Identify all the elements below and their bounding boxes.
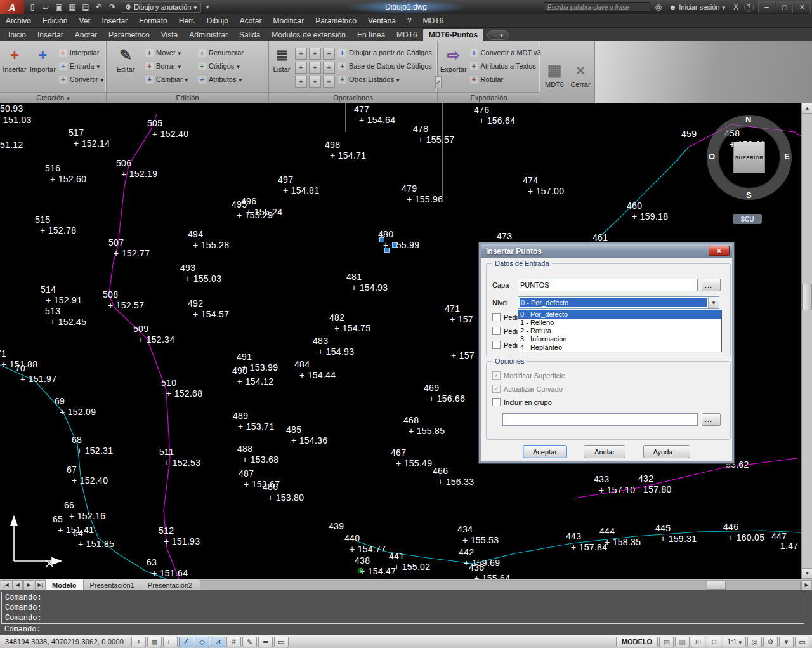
survey-point[interactable]: 505+ 152.40 (147, 118, 188, 140)
survey-point[interactable]: 69+ 152.09 (55, 396, 96, 418)
help-search-input[interactable] (544, 2, 650, 12)
ribbon-tab-salida[interactable]: Salida (233, 29, 266, 41)
anular-button[interactable]: Anular (584, 445, 625, 458)
ribbon-tab-vista[interactable]: Vista (155, 29, 183, 41)
ribbon-minimize-button[interactable]: ⋯ (487, 30, 509, 40)
qat-customize-button[interactable] (201, 1, 214, 13)
menu-item-parametrico[interactable]: Paramétrico (310, 14, 362, 28)
ribbon-tab-administrar[interactable]: Administrar (183, 29, 233, 41)
print-icon[interactable]: ▤ (79, 1, 92, 13)
compass-west-label[interactable]: O (709, 152, 715, 161)
tool-grid-button[interactable]: + (323, 62, 335, 74)
insertar-button[interactable]: + Insertar (3, 43, 27, 92)
menu-item-formato[interactable]: Formato (133, 14, 173, 28)
clean-screen-icon[interactable]: ▭ (795, 637, 809, 647)
dyn-toggle[interactable]: ✎ (242, 637, 257, 647)
ayuda-button[interactable]: Ayuda ... (643, 445, 690, 458)
importar-button[interactable]: + Importar (30, 43, 56, 92)
tool-grid-button[interactable]: + (295, 48, 307, 60)
survey-point[interactable]: 459 (681, 129, 697, 140)
ribbon-tab-en-linea[interactable]: En línea (351, 29, 391, 41)
annotation-visibility-icon[interactable]: ◎ (747, 637, 762, 647)
nivel-option-0-por-defecto[interactable]: 0 - Por_defecto (518, 310, 721, 319)
model-space-button[interactable]: MODELO (616, 637, 658, 647)
checkbox-modificar-superficie[interactable]: ✓Modificar Superficie (492, 371, 565, 380)
maximize-button[interactable] (776, 1, 793, 13)
survey-point[interactable]: 507+ 152.77 (108, 237, 150, 259)
survey-point[interactable]: 481+ 154.93 (346, 272, 388, 293)
tool-grid-button[interactable]: + (295, 76, 307, 88)
selection-grip[interactable] (392, 242, 397, 248)
nivel-option-2-rotura[interactable]: 2 - Rotura (518, 327, 721, 335)
exportar-button[interactable]: ⇨ Exportar (440, 43, 467, 92)
survey-point[interactable]: 473 (497, 231, 512, 242)
rotular-button[interactable]: +Rotular (470, 74, 541, 84)
survey-point[interactable]: 469+ 156.66 (424, 383, 465, 404)
survey-point[interactable]: 67+ 152.40 (67, 465, 108, 486)
horizontal-scroll-thumb[interactable] (707, 581, 726, 590)
dialog-close-button[interactable] (709, 246, 730, 256)
combo-arrow-icon[interactable] (708, 297, 719, 308)
mdt6-button[interactable]: ▦ MDT6 (543, 58, 566, 88)
command-history[interactable]: Comando:Comando:Comando: (1, 592, 804, 624)
tool-grid-button[interactable]: + (323, 76, 335, 88)
checkbox-actualizar-curvado[interactable]: ✓Actualizar Curvado (492, 385, 563, 393)
menu-item-mdt6[interactable]: MDT6 (417, 14, 450, 28)
plot-icon[interactable]: ▦ (66, 1, 79, 13)
survey-point[interactable]: 484+ 154.44 (294, 359, 336, 381)
survey-point[interactable]: 479+ 155.96 (402, 183, 443, 205)
quickview-layouts-icon[interactable]: ⊞ (691, 637, 705, 647)
survey-point[interactable]: 433+ 157.10 (594, 474, 635, 496)
snap-toggle[interactable]: ⌖ (131, 637, 146, 647)
ducs-toggle[interactable]: # (226, 637, 241, 647)
survey-point[interactable]: 488+ 153.68 (237, 444, 278, 465)
menu-item-edicion[interactable]: Edición (37, 14, 73, 28)
minimize-button[interactable] (758, 1, 775, 13)
menu-item-ver[interactable]: Ver (73, 14, 96, 28)
layout-tab-presentacion1[interactable]: Presentación1 (84, 579, 141, 591)
osnap-toggle[interactable]: ◇ (195, 637, 209, 647)
menu-item-acotar[interactable]: Acotar (234, 14, 268, 28)
capa-input[interactable] (518, 279, 698, 291)
editar-button[interactable]: ✎ Editar (109, 43, 142, 92)
menu-item-archivo[interactable]: Archivo (0, 14, 37, 28)
save-file-icon[interactable]: ▣ (53, 1, 65, 13)
layout-tab-presentacion2[interactable]: Presentación2 (141, 579, 199, 591)
panel-title-creacion[interactable]: Creación (0, 92, 106, 103)
survey-point[interactable]: 439 (329, 521, 344, 532)
aceptar-button[interactable]: Aceptar (523, 445, 567, 458)
survey-point[interactable]: 476+ 156.64 (474, 105, 515, 126)
selection-grip[interactable] (384, 248, 390, 253)
panel-title-edicion[interactable]: Edición (107, 92, 268, 103)
survey-point[interactable]: 466+ 156.33 (433, 466, 474, 487)
command-window[interactable]: Comando:Comando:Comando: Comando: (0, 590, 812, 635)
survey-point[interactable]: + 157 (446, 350, 475, 361)
model-space-icon[interactable]: ▤ (659, 637, 674, 647)
nivel-option-3-informacion[interactable]: 3 - Informacion (518, 335, 721, 343)
tool-grid-button[interactable]: + (309, 76, 321, 88)
pedir-checkbox[interactable]: Pedir (492, 327, 520, 335)
survey-point[interactable]: 64+ 151.85 (73, 528, 114, 550)
convertir-button[interactable]: +Convertir (59, 74, 103, 84)
otros-listados-button[interactable]: +Otros Listados (338, 74, 432, 84)
sign-in-button[interactable]: ☻ Iniciar sesión (667, 1, 728, 13)
command-prompt[interactable]: Comando: (4, 625, 41, 634)
tool-grid-button[interactable]: + (309, 62, 321, 74)
base-datos-codigos-button[interactable]: +Base de Datos de Códigos (338, 61, 432, 71)
layout-nav-2[interactable]: ▶ (23, 580, 34, 590)
cambiar-button[interactable]: +Cambiar (145, 74, 195, 84)
scroll-right-icon[interactable]: ▶ (801, 580, 812, 590)
survey-point[interactable]: 434+ 155.53 (457, 524, 499, 546)
listar-button[interactable]: ≣ Listar (272, 43, 292, 92)
capa-browse-button[interactable]: ... (702, 279, 721, 291)
survey-point[interactable]: 440+ 154.77 (344, 533, 386, 555)
menu-item-herr[interactable]: Herr. (173, 14, 201, 28)
survey-point[interactable]: 436+ 155.64 (469, 562, 510, 579)
menu-item-dibujo[interactable]: Dibujo (201, 14, 234, 28)
ortho-toggle[interactable]: ∟ (163, 637, 178, 647)
survey-point[interactable]: 511+ 152.53 (159, 447, 200, 468)
layout-nav-3[interactable]: ▶| (35, 580, 46, 590)
app-menu-button[interactable]: A (0, 0, 24, 14)
survey-point[interactable]: 468+ 155.85 (403, 415, 445, 437)
survey-point[interactable]: 444+ 158.35 (599, 526, 641, 548)
